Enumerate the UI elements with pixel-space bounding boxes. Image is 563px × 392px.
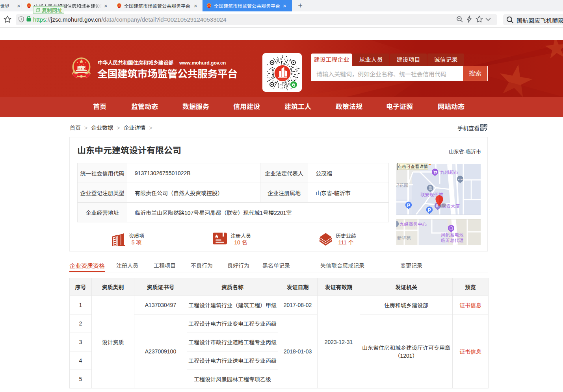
- svg-text:ATM: ATM: [458, 178, 463, 181]
- svg-text:临沂总代理: 临沂总代理: [441, 238, 464, 243]
- svg-text:风帆蓄电池: 风帆蓄电池: [441, 233, 464, 237]
- svg-text:九峰商务中心: 九峰商务中心: [399, 222, 427, 227]
- svg-text:新华苑: 新华苑: [397, 236, 411, 240]
- svg-text:九州超市: 九州超市: [440, 170, 458, 175]
- svg-text:P: P: [407, 203, 410, 208]
- svg-text:记花园: 记花园: [396, 183, 409, 188]
- svg-text:P: P: [428, 207, 431, 213]
